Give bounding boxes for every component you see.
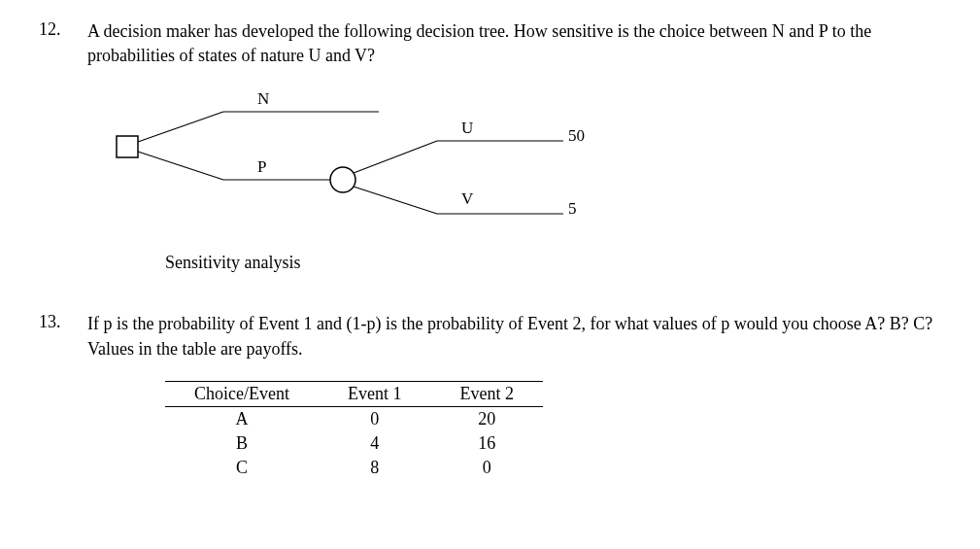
svg-point-5 [330, 167, 355, 192]
header-choice: Choice/Event [165, 381, 319, 406]
question-text: If p is the probability of Event 1 and (… [87, 312, 941, 360]
cell-e2: 20 [430, 406, 543, 431]
payoff-u: 50 [568, 126, 585, 146]
svg-line-3 [138, 152, 223, 180]
label-u: U [461, 119, 473, 138]
cell-e1: 8 [319, 456, 431, 480]
svg-line-8 [354, 187, 437, 214]
cell-choice: B [165, 431, 319, 456]
header-event1: Event 1 [319, 381, 431, 406]
cell-e2: 16 [430, 431, 543, 456]
header-event2: Event 2 [430, 381, 543, 406]
cell-e1: 0 [319, 406, 431, 431]
table-row: C 8 0 [165, 456, 543, 480]
question-content: If p is the probability of Event 1 and (… [87, 312, 941, 479]
payoff-v: 5 [568, 199, 577, 219]
label-n: N [257, 89, 269, 109]
cell-e2: 0 [430, 456, 543, 480]
cell-choice: A [165, 406, 319, 431]
cell-e1: 4 [319, 431, 431, 456]
tree-svg [107, 87, 612, 233]
label-p: P [257, 157, 266, 177]
payoff-table: Choice/Event Event 1 Event 2 A 0 20 B 4 … [165, 381, 543, 480]
question-content: A decision maker has developed the follo… [87, 19, 941, 273]
table-header-row: Choice/Event Event 1 Event 2 [165, 381, 543, 406]
caption: Sensitivity analysis [165, 253, 941, 273]
svg-line-6 [354, 141, 437, 173]
table-row: A 0 20 [165, 406, 543, 431]
decision-tree-diagram: N P U V 50 5 [107, 87, 941, 233]
question-13: 13. If p is the probability of Event 1 a… [39, 312, 941, 479]
question-text: A decision maker has developed the follo… [87, 19, 941, 68]
label-v: V [461, 189, 473, 209]
question-number: 12. [39, 19, 87, 273]
table-row: B 4 16 [165, 431, 543, 456]
question-number: 13. [39, 312, 87, 479]
question-12: 12. A decision maker has developed the f… [39, 19, 941, 273]
svg-rect-0 [117, 136, 138, 157]
svg-line-1 [138, 112, 223, 142]
cell-choice: C [165, 456, 319, 480]
